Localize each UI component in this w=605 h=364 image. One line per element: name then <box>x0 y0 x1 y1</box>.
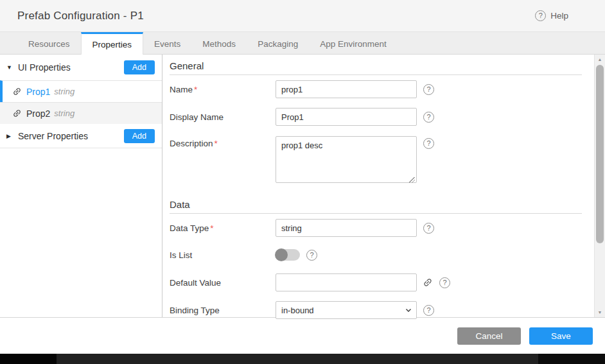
save-button[interactable]: Save <box>529 327 593 345</box>
caret-down-icon[interactable]: ▼ <box>6 64 18 71</box>
scroll-up-icon[interactable]: ▲ <box>595 55 605 64</box>
data-type-input[interactable] <box>276 219 417 237</box>
tab-events[interactable]: Events <box>143 32 191 54</box>
sidebar-group-ui-properties[interactable]: ▼ UI Properties Add <box>0 55 162 80</box>
help-icon: ? <box>535 10 546 21</box>
resize-handle-icon[interactable] <box>409 177 415 183</box>
background-segment <box>0 354 57 364</box>
page-title: Prefab Configuration - P1 <box>17 10 144 22</box>
data-type-label: Data Type* <box>170 223 276 233</box>
data-type-row: Data Type* ? <box>170 219 582 237</box>
help-icon[interactable]: ? <box>439 277 450 288</box>
tab-properties[interactable]: Properties <box>81 32 144 55</box>
link-icon <box>10 85 24 98</box>
prop1-type: string <box>54 87 75 96</box>
default-value-label: Default Value <box>170 278 276 288</box>
default-value-row: Default Value ? <box>170 273 582 291</box>
is-list-row: Is List ? <box>170 248 582 261</box>
caret-right-icon[interactable]: ▶ <box>6 133 18 139</box>
add-ui-property-button[interactable]: Add <box>124 60 155 74</box>
scrollbar-thumb[interactable] <box>596 65 604 243</box>
help-icon[interactable]: ? <box>423 305 434 316</box>
sidebar-item-prop1[interactable]: Prop1 string <box>0 80 162 102</box>
prop2-name: Prop2 <box>26 108 50 119</box>
section-heading-general: General <box>170 55 582 75</box>
name-input[interactable] <box>276 80 417 98</box>
name-label: Name* <box>170 85 276 94</box>
dialog-footer: Cancel Save <box>0 317 605 354</box>
tab-methods[interactable]: Methods <box>191 32 247 54</box>
vertical-scrollbar[interactable]: ▲ ▼ <box>594 55 605 317</box>
prop1-name: Prop1 <box>26 87 50 97</box>
binding-type-label: Binding Type <box>170 306 276 315</box>
tab-bar: Resources Properties Events Methods Pack… <box>0 32 605 55</box>
prop2-type: string <box>54 108 75 118</box>
tab-packaging[interactable]: Packaging <box>247 32 309 54</box>
required-asterisk: * <box>194 85 197 94</box>
help-icon[interactable]: ? <box>306 250 317 261</box>
property-form-panel: General Name* ? Display Name ? Descripti… <box>162 55 605 317</box>
add-server-property-button[interactable]: Add <box>124 129 155 143</box>
bind-link-icon[interactable] <box>421 275 435 290</box>
link-icon <box>10 107 24 120</box>
help-label: Help <box>550 11 568 21</box>
sidebar-group-server-properties[interactable]: ▶ Server Properties Add <box>0 124 162 148</box>
display-name-label: Display Name <box>170 112 276 122</box>
properties-sidebar: ▼ UI Properties Add Prop1 string Prop2 s… <box>0 55 162 317</box>
description-row: Description* prop1 desc ? <box>170 136 582 186</box>
binding-type-row: Binding Type in-bound ? <box>170 301 582 319</box>
tab-resources[interactable]: Resources <box>17 32 81 54</box>
description-label: Description* <box>170 136 276 148</box>
binding-type-select[interactable]: in-bound <box>276 301 417 319</box>
tab-app-environment[interactable]: App Environment <box>309 32 398 54</box>
is-list-label: Is List <box>170 250 276 260</box>
description-textarea[interactable]: prop1 desc <box>276 136 417 183</box>
ui-properties-label: UI Properties <box>18 62 124 73</box>
display-name-row: Display Name ? <box>170 108 582 126</box>
server-properties-label: Server Properties <box>18 131 124 141</box>
help-icon[interactable]: ? <box>423 138 434 149</box>
background-segment <box>538 354 605 364</box>
background-app-strip <box>0 354 605 364</box>
name-row: Name* ? <box>170 80 582 98</box>
help-icon[interactable]: ? <box>423 112 434 123</box>
section-heading-data: Data <box>170 193 582 214</box>
background-segment <box>57 354 538 364</box>
sidebar-item-prop2[interactable]: Prop2 string <box>0 102 162 124</box>
help-button[interactable]: ? Help <box>535 10 568 21</box>
required-asterisk: * <box>210 223 213 233</box>
dialog-titlebar: Prefab Configuration - P1 ? Help <box>0 0 605 32</box>
main-area: ▼ UI Properties Add Prop1 string Prop2 s… <box>0 55 605 317</box>
toggle-knob <box>275 248 288 261</box>
required-asterisk: * <box>215 139 218 148</box>
scroll-down-icon[interactable]: ▼ <box>595 308 605 317</box>
is-list-toggle[interactable] <box>276 249 300 261</box>
help-icon[interactable]: ? <box>423 84 434 95</box>
display-name-input[interactable] <box>276 108 417 126</box>
help-icon[interactable]: ? <box>423 223 434 234</box>
default-value-input[interactable] <box>276 273 417 291</box>
cancel-button[interactable]: Cancel <box>457 327 521 345</box>
